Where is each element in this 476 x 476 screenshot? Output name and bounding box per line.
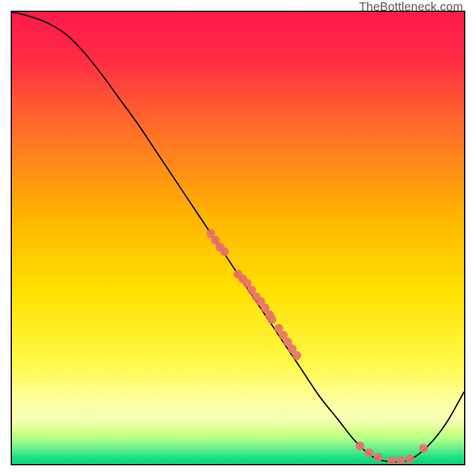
data-point [419,444,428,453]
data-point [292,351,301,360]
data-point [374,453,383,462]
data-point [220,247,229,256]
data-point [268,315,277,324]
gradient-background [12,12,464,464]
chart-frame [11,11,465,465]
data-point [405,454,414,463]
chart-canvas [12,12,464,464]
data-point [365,449,374,458]
data-point [356,441,365,450]
